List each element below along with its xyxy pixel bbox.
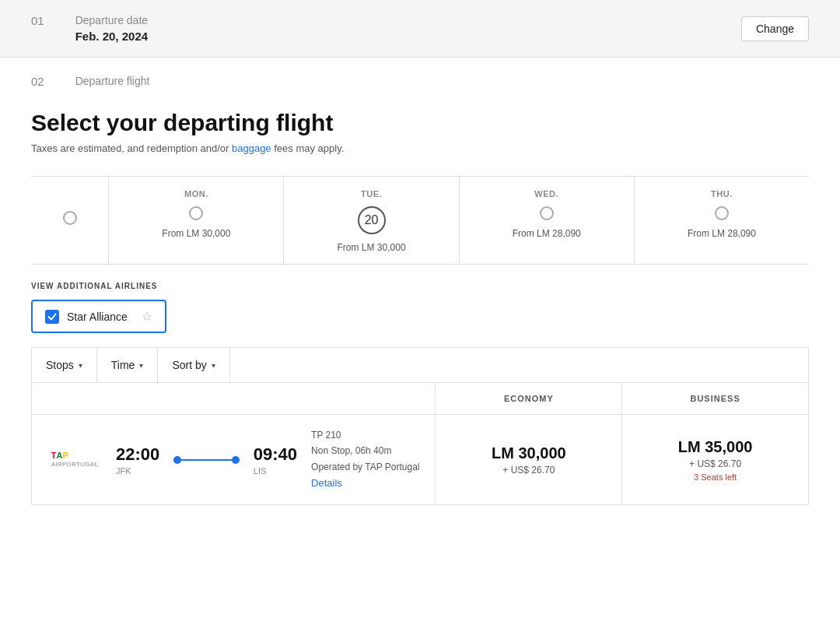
step-02-label: Departure flight xyxy=(75,75,150,87)
change-button[interactable]: Change xyxy=(741,16,809,41)
date-col-tue[interactable]: TUE. 20 From LM 30,000 xyxy=(284,177,459,264)
step-02-header: 02 Departure flight xyxy=(0,58,840,88)
economy-miles: LM 30,000 xyxy=(451,444,606,462)
page-title: Select your departing flight xyxy=(31,110,809,136)
date-col-wed[interactable]: WED. From LM 28,090 xyxy=(460,177,635,264)
price-thu: From LM 28,090 xyxy=(688,228,756,239)
price-wed: From LM 28,090 xyxy=(513,228,581,239)
stops-filter-button[interactable]: Stops ▾ xyxy=(32,348,97,382)
col-flight xyxy=(32,383,436,415)
price-mon: From LM 30,000 xyxy=(162,228,230,239)
details-link[interactable]: Details xyxy=(311,477,342,489)
arrive-time: 09:40 xyxy=(254,444,297,465)
star-alliance-icon: ☆ xyxy=(142,309,152,324)
flight-number: TP 210 xyxy=(311,427,419,443)
price-tue: From LM 30,000 xyxy=(338,242,406,253)
radio-blank[interactable] xyxy=(63,211,77,225)
seats-left-badge: 3 Seats left xyxy=(638,472,793,482)
step-02-number: 02 xyxy=(31,75,44,88)
depart-time-block: 22:00 JFK xyxy=(116,444,159,476)
arrive-dot xyxy=(232,456,240,464)
date-num-tue[interactable]: 20 xyxy=(358,206,386,234)
flight-info-cell: TAP AIRPORTUGAL 22:00 JFK xyxy=(32,415,436,505)
operated-by: Operated by TAP Portugal xyxy=(311,459,419,475)
economy-price-cell[interactable]: LM 30,000 + US$ 26.70 xyxy=(436,415,622,505)
sort-caret-icon: ▾ xyxy=(212,361,215,370)
step-01-number: 01 xyxy=(31,14,44,27)
main-content: Select your departing flight Taxes are e… xyxy=(0,110,840,505)
airline-logo: TAP AIRPORTUGAL xyxy=(47,445,102,475)
table-row: TAP AIRPORTUGAL 22:00 JFK xyxy=(32,415,809,505)
filter-spacer xyxy=(230,348,808,382)
baggage-link[interactable]: baggage xyxy=(232,142,271,154)
airlines-title: VIEW ADDITIONAL AIRLINES xyxy=(31,282,809,290)
airlines-section: VIEW ADDITIONAL AIRLINES Star Alliance ☆ xyxy=(31,265,809,347)
table-header-row: ECONOMY BUSINESS xyxy=(32,383,809,415)
day-label-mon: MON. xyxy=(184,189,208,198)
business-usd: + US$ 26.70 xyxy=(638,458,793,469)
depart-dot xyxy=(173,456,181,464)
depart-time: 22:00 xyxy=(116,444,159,465)
date-selector: MON. From LM 30,000 TUE. 20 From LM 30,0… xyxy=(31,176,809,265)
radio-thu[interactable] xyxy=(715,206,729,220)
results-table: ECONOMY BUSINESS TAP AIRPO xyxy=(31,382,809,505)
col-business: BUSINESS xyxy=(622,383,809,415)
arrive-airport: LIS xyxy=(254,466,297,476)
date-col-thu[interactable]: THU. From LM 28,090 xyxy=(635,177,809,264)
subtitle: Taxes are estimated, and redemption and/… xyxy=(31,142,809,154)
time-filter-button[interactable]: Time ▾ xyxy=(97,348,159,382)
business-miles: LM 35,000 xyxy=(638,438,793,456)
flight-details: TP 210 Non Stop, 06h 40m Operated by TAP… xyxy=(311,427,419,492)
day-label-tue: TUE. xyxy=(361,189,382,198)
business-price-cell[interactable]: LM 35,000 + US$ 26.70 3 Seats left xyxy=(622,415,809,505)
filter-bar: Stops ▾ Time ▾ Sort by ▾ xyxy=(31,347,809,382)
flight-bar xyxy=(181,459,231,461)
economy-usd: + US$ 26.70 xyxy=(451,465,606,476)
radio-wed[interactable] xyxy=(540,206,554,220)
star-alliance-checkbox[interactable] xyxy=(45,310,59,324)
step-01-details: Departure date Feb. 20, 2024 xyxy=(75,14,148,43)
depart-airport: JFK xyxy=(116,466,159,476)
step-01-info: 01 Departure date Feb. 20, 2024 xyxy=(31,14,148,43)
day-label-wed: WED. xyxy=(534,189,558,198)
time-caret-icon: ▾ xyxy=(139,361,143,370)
day-label-thu: THU. xyxy=(711,189,733,198)
results-area: Stops ▾ Time ▾ Sort by ▾ ECONOMY BUSINES… xyxy=(31,347,809,505)
step-01-header: 01 Departure date Feb. 20, 2024 Change xyxy=(0,0,840,58)
stops-caret-icon: ▾ xyxy=(79,361,82,370)
step-01-value: Feb. 20, 2024 xyxy=(75,30,148,43)
arrive-time-block: 09:40 LIS xyxy=(254,444,297,476)
radio-mon[interactable] xyxy=(189,206,203,220)
flight-line xyxy=(173,456,239,464)
sort-by-filter-button[interactable]: Sort by ▾ xyxy=(158,348,229,382)
tap-sub-label: AIRPORTUGAL xyxy=(51,461,99,468)
tap-logo: TAP xyxy=(51,451,68,460)
star-alliance-label: Star Alliance xyxy=(67,311,128,323)
date-col-blank[interactable] xyxy=(31,177,109,264)
flight-stops: Non Stop, 06h 40m xyxy=(311,443,419,458)
step-01-label: Departure date xyxy=(75,14,148,26)
date-col-mon[interactable]: MON. From LM 30,000 xyxy=(109,177,284,264)
col-economy: ECONOMY xyxy=(436,383,622,415)
star-alliance-filter[interactable]: Star Alliance ☆ xyxy=(31,300,166,333)
